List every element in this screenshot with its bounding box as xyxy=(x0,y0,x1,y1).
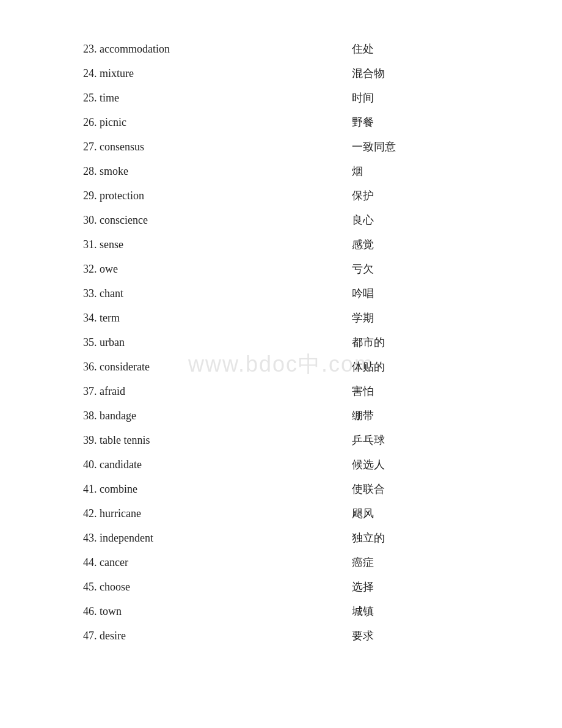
english-term: 38. bandage xyxy=(83,410,291,422)
english-term: 30. conscience xyxy=(83,214,291,227)
vocab-item: 41. combine使联合 xyxy=(83,477,479,501)
english-term: 42. hurricane xyxy=(83,507,291,520)
vocab-item: 47. desire要求 xyxy=(83,623,479,648)
english-term: 46. town xyxy=(83,605,291,618)
english-term: 43. independent xyxy=(83,532,291,545)
english-term: 35. urban xyxy=(83,336,291,349)
chinese-translation: 城镇 xyxy=(352,604,374,619)
chinese-translation: 使联合 xyxy=(352,482,385,496)
vocabulary-list: 23. accommodation住处24. mixture混合物25. tim… xyxy=(0,0,562,685)
vocab-item: 38. bandage绷带 xyxy=(83,403,479,428)
chinese-translation: 学期 xyxy=(352,311,374,325)
chinese-translation: 飓风 xyxy=(352,506,374,521)
english-term: 24. mixture xyxy=(83,67,291,80)
chinese-translation: 野餐 xyxy=(352,115,374,130)
english-term: 36. considerate xyxy=(83,361,291,373)
vocab-item: 29. protection保护 xyxy=(83,183,479,208)
vocab-item: 26. picnic野餐 xyxy=(83,110,479,134)
english-term: 34. term xyxy=(83,312,291,325)
chinese-translation: 亏欠 xyxy=(352,262,374,276)
vocab-item: 45. choose选择 xyxy=(83,575,479,599)
vocab-item: 30. conscience良心 xyxy=(83,208,479,232)
english-term: 41. combine xyxy=(83,483,291,496)
english-term: 23. accommodation xyxy=(83,43,291,56)
chinese-translation: 感觉 xyxy=(352,237,374,252)
chinese-translation: 要求 xyxy=(352,628,374,643)
vocab-item: 33. chant吟唱 xyxy=(83,281,479,306)
english-term: 31. sense xyxy=(83,238,291,251)
chinese-translation: 独立的 xyxy=(352,531,385,545)
english-term: 40. candidate xyxy=(83,458,291,471)
chinese-translation: 选择 xyxy=(352,579,374,594)
english-term: 29. protection xyxy=(83,189,291,202)
vocab-item: 24. mixture混合物 xyxy=(83,61,479,86)
vocab-item: 37. afraid害怕 xyxy=(83,379,479,403)
english-term: 25. time xyxy=(83,92,291,105)
vocab-item: 27. consensus一致同意 xyxy=(83,134,479,159)
vocab-item: 36. considerate体贴的 xyxy=(83,355,479,379)
vocab-item: 25. time时间 xyxy=(83,86,479,110)
english-term: 44. cancer xyxy=(83,556,291,569)
chinese-translation: 癌症 xyxy=(352,555,374,570)
chinese-translation: 住处 xyxy=(352,42,374,56)
english-term: 27. consensus xyxy=(83,141,291,153)
english-term: 45. choose xyxy=(83,581,291,594)
english-term: 32. owe xyxy=(83,263,291,276)
english-term: 33. chant xyxy=(83,287,291,300)
english-term: 26. picnic xyxy=(83,116,291,129)
chinese-translation: 时间 xyxy=(352,90,374,105)
vocab-item: 46. town城镇 xyxy=(83,599,479,623)
vocab-item: 23. accommodation住处 xyxy=(83,37,479,61)
chinese-translation: 害怕 xyxy=(352,384,374,399)
vocab-item: 35. urban都市的 xyxy=(83,330,479,355)
chinese-translation: 混合物 xyxy=(352,66,385,81)
chinese-translation: 吟唱 xyxy=(352,286,374,301)
vocab-item: 31. sense感觉 xyxy=(83,232,479,257)
chinese-translation: 乒乓球 xyxy=(352,433,385,447)
chinese-translation: 绷带 xyxy=(352,408,374,423)
english-term: 39. table tennis xyxy=(83,434,291,447)
chinese-translation: 保护 xyxy=(352,188,374,203)
english-term: 28. smoke xyxy=(83,165,291,178)
chinese-translation: 一致同意 xyxy=(352,139,396,154)
english-term: 47. desire xyxy=(83,630,291,642)
vocab-item: 32. owe亏欠 xyxy=(83,257,479,281)
chinese-translation: 体贴的 xyxy=(352,359,385,374)
english-term: 37. afraid xyxy=(83,385,291,398)
chinese-translation: 良心 xyxy=(352,213,374,227)
vocab-item: 34. term学期 xyxy=(83,306,479,330)
vocab-item: 44. cancer癌症 xyxy=(83,550,479,575)
vocab-item: 40. candidate候选人 xyxy=(83,452,479,477)
vocab-item: 39. table tennis乒乓球 xyxy=(83,428,479,452)
chinese-translation: 烟 xyxy=(352,164,363,178)
vocab-item: 43. independent独立的 xyxy=(83,526,479,550)
chinese-translation: 候选人 xyxy=(352,457,385,472)
vocab-item: 42. hurricane飓风 xyxy=(83,501,479,526)
chinese-translation: 都市的 xyxy=(352,335,385,350)
vocab-item: 28. smoke烟 xyxy=(83,159,479,183)
